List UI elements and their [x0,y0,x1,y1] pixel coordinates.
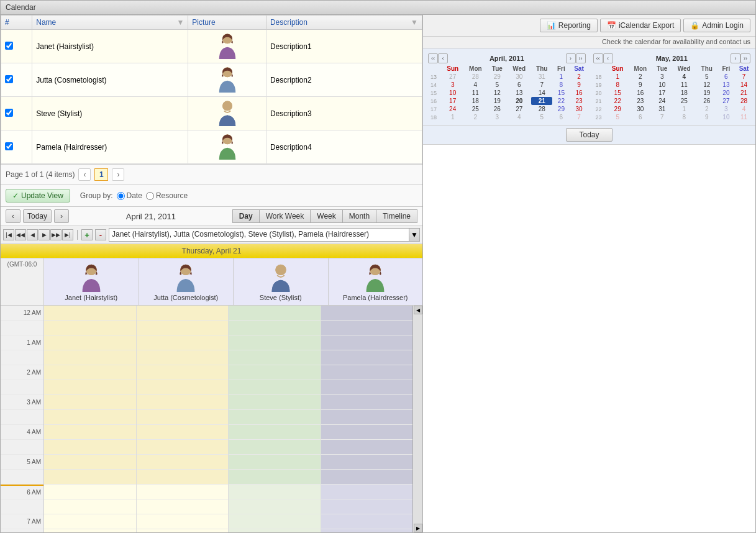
prev-button[interactable]: ‹ [6,209,20,223]
cal-day[interactable]: 28 [463,73,487,81]
cal-day[interactable]: 19 [488,97,508,105]
time-slot[interactable] [137,410,229,425]
next-fast-btn[interactable]: ▶▶ [50,229,61,240]
cal-day[interactable]: 30 [570,105,588,113]
time-slot[interactable] [44,380,136,395]
cal-day[interactable]: 10 [652,81,672,89]
admin-login-button[interactable]: 🔒 Admin Login [683,19,750,32]
time-slot[interactable] [137,440,229,455]
cal-day[interactable]: 9 [696,113,717,121]
cal-day[interactable]: 29 [552,105,570,113]
time-slot[interactable] [44,335,136,350]
right-scrollbar[interactable]: ◀ ▶ [412,306,422,532]
cal-day[interactable]: 15 [607,89,629,97]
time-slot[interactable] [137,306,229,321]
time-slot[interactable] [321,395,413,410]
time-slot[interactable] [229,335,321,350]
cal-day[interactable]: 19 [696,89,717,97]
name-sort-icon[interactable]: ▼ [176,18,184,27]
cal-day[interactable]: 5 [607,113,629,121]
time-slot[interactable] [137,529,229,532]
cal-day[interactable]: 14 [735,81,753,89]
time-slot[interactable] [229,529,321,532]
group-by-resource-radio[interactable] [146,192,154,200]
cal-day[interactable]: 6 [629,113,652,121]
cal-day[interactable]: 7 [570,113,588,121]
cal-day[interactable]: 25 [672,97,696,105]
time-slot[interactable] [44,365,136,380]
reporting-button[interactable]: 📊 Reporting [540,19,598,32]
cal-day[interactable]: 31 [652,105,672,113]
page-prev[interactable]: ‹ [78,168,91,181]
next-btn[interactable]: ▶ [39,229,50,240]
time-slot[interactable] [137,395,229,410]
may-next-btn[interactable]: ›› [740,53,750,63]
cal-day[interactable]: 18 [672,89,696,97]
time-slot[interactable] [321,499,413,514]
cal-day[interactable]: 5 [696,73,717,81]
cal-day[interactable]: 20 [507,97,531,105]
time-slot[interactable] [44,306,136,321]
cal-day[interactable]: 7 [735,73,753,81]
cal-day[interactable]: 27 [442,73,463,81]
time-slot[interactable] [229,514,321,529]
cal-day[interactable]: 7 [531,81,552,89]
page-next[interactable]: › [112,168,124,181]
time-slot[interactable] [229,395,321,410]
time-slot[interactable] [321,455,413,470]
time-slot[interactable] [229,306,321,321]
cal-day[interactable]: 6 [717,73,735,81]
cal-day[interactable]: 11 [672,81,696,89]
mini-today-button[interactable]: Today [566,128,612,142]
time-slot[interactable] [44,395,136,410]
resource-col-body-0[interactable]: 9:00 AM - 11:00 AM Busy time (Janet C.)1… [44,306,137,532]
prev-btn[interactable]: ◀ [27,229,38,240]
resource-col-body-1[interactable]: 11:00 AM - 12:00 PM Busy time (Cindy R.) [137,306,229,532]
time-slot[interactable] [321,410,413,425]
time-slot[interactable] [44,425,136,440]
group-by-resource-label[interactable]: Resource [146,191,188,200]
cal-day[interactable]: 17 [442,97,463,105]
time-slot[interactable] [44,485,136,499]
may-next-month-btn[interactable]: › [731,53,740,63]
april-prev-btn[interactable]: ‹‹ [428,53,438,63]
time-slot[interactable] [321,335,413,350]
time-slot[interactable] [137,365,229,380]
cal-day[interactable]: 10 [717,113,735,121]
cal-day[interactable]: 2 [463,113,487,121]
time-slot[interactable] [44,470,136,485]
delete-event-button[interactable]: - [95,229,106,240]
may-prev-btn[interactable]: ‹‹ [593,53,603,63]
row-checkbox[interactable] [5,42,13,50]
page-current[interactable]: 1 [94,168,108,181]
cal-day[interactable]: 27 [507,105,531,113]
view-btn-timeline[interactable]: Timeline [376,209,417,223]
view-btn-month[interactable]: Month [342,209,376,223]
time-slot[interactable] [137,514,229,529]
cal-day[interactable]: 29 [607,105,629,113]
view-btn-week[interactable]: Week [310,209,342,223]
time-slot[interactable] [321,380,413,395]
cal-day[interactable]: 8 [607,81,629,89]
time-slot[interactable] [321,529,413,532]
view-btn-work-week[interactable]: Work Week [259,209,311,223]
row-checkbox[interactable] [5,142,13,150]
cal-day[interactable]: 16 [629,89,652,97]
time-slot[interactable] [229,321,321,335]
time-slot[interactable] [229,440,321,455]
cal-day[interactable]: 5 [531,113,552,121]
cal-day[interactable]: 24 [442,105,463,113]
cal-day[interactable]: 10 [442,89,463,97]
first-btn[interactable]: |◀ [3,229,14,240]
cal-day[interactable]: 2 [570,73,588,81]
time-slot[interactable] [229,380,321,395]
cal-day[interactable]: 4 [735,105,753,113]
cal-day[interactable]: 22 [552,97,570,105]
cal-day[interactable]: 3 [652,73,672,81]
cal-day[interactable]: 20 [717,89,735,97]
cal-day[interactable]: 4 [672,73,696,81]
cal-day[interactable]: 6 [507,81,531,89]
time-slot[interactable] [321,350,413,365]
time-slot[interactable] [44,321,136,335]
cal-day[interactable]: 31 [531,73,552,81]
